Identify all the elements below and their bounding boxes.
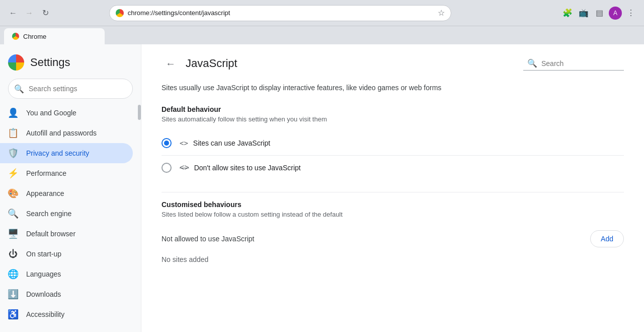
radio-block-label: Don't allow sites to use JavaScript <box>194 164 301 172</box>
address-bar[interactable]: chrome://settings/content/javascript ☆ <box>109 5 451 21</box>
active-tab[interactable]: Chrome <box>4 28 105 44</box>
sidebar-label-downloads: Downloads <box>26 290 61 298</box>
sidebar: Settings 🔍 👤 You and Google 📋 Autofill a… <box>0 44 141 332</box>
page-header: ← JavaScript 🔍 <box>141 44 644 73</box>
sidebar-icon-accessibility: ♿ <box>8 309 18 319</box>
sidebar-label-privacy: Privacy and security <box>26 149 89 157</box>
page-search-box[interactable]: 🔍 <box>523 56 624 71</box>
page-back-button[interactable]: ← <box>162 54 180 73</box>
tab-favicon <box>12 33 19 40</box>
add-button[interactable]: Add <box>590 230 624 247</box>
sidebar-icon-autofill: 📋 <box>8 128 18 138</box>
customised-behaviours-title: Customised behaviours <box>162 201 343 209</box>
url-text: chrome://settings/content/javascript <box>128 9 434 17</box>
radio-allow-label: Sites can use JavaScript <box>193 139 270 147</box>
browser-toolbar: ← → ↻ chrome://settings/content/javascri… <box>0 0 644 26</box>
sidebar-header: Settings <box>0 44 141 79</box>
not-allowed-label: Not allowed to use JavaScript <box>162 235 254 243</box>
extensions-button[interactable]: 🧩 <box>560 6 575 20</box>
radio-allow-input[interactable] <box>162 138 172 148</box>
sidebar-item-downloads[interactable]: ⬇️ Downloads <box>0 284 133 304</box>
settings-container: Settings 🔍 👤 You and Google 📋 Autofill a… <box>0 44 644 332</box>
sidebar-label-appearance: Appearance <box>26 189 64 197</box>
sidebar-icon-privacy: 🛡️ <box>8 148 18 158</box>
search-settings-input[interactable] <box>8 79 133 99</box>
back-button[interactable]: ← <box>6 6 20 20</box>
radio-allow-content: <> Sites can use JavaScript <box>180 139 270 147</box>
radio-option-allow[interactable]: <> Sites can use JavaScript <box>162 131 624 156</box>
forward-button[interactable]: → <box>22 6 36 20</box>
sidebar-icon-appearance: 🎨 <box>8 188 18 198</box>
search-settings-icon: 🔍 <box>14 84 24 94</box>
customised-behaviours-subtitle: Sites listed below follow a custom setti… <box>162 211 343 218</box>
sidebar-item-accessibility[interactable]: ♿ Accessibility <box>0 304 133 324</box>
sidebar-icon-downloads: ⬇️ <box>8 289 18 299</box>
sidebar-label-accessibility: Accessibility <box>26 310 64 318</box>
sidebar-scrollbar <box>138 105 141 120</box>
page-search-icon: 🔍 <box>527 58 537 68</box>
default-behaviour-title: Default behaviour <box>162 105 624 113</box>
sidebar-icon-performance: ⚡ <box>8 168 18 178</box>
sidebar-label-autofill: Autofill and passwords <box>26 129 97 137</box>
reload-button[interactable]: ↻ <box>38 6 52 20</box>
sidebar-icon-search-engine: 🔍 <box>8 209 18 219</box>
tab-bar: Chrome <box>0 26 644 44</box>
sidebar-label-default-browser: Default browser <box>26 230 75 238</box>
section-divider <box>162 192 624 192</box>
sidebar-label-search-engine: Search engine <box>26 210 71 218</box>
default-behaviour-section: Default behaviour Sites automatically fo… <box>141 105 644 180</box>
sidebar-item-performance[interactable]: ⚡ Performance <box>0 163 133 183</box>
sidebar-item-autofill[interactable]: 📋 Autofill and passwords <box>0 123 133 143</box>
sidebar-item-languages[interactable]: 🌐 Languages <box>0 264 133 284</box>
settings-title: Settings <box>30 56 70 69</box>
sidebar-button[interactable]: ▤ <box>593 6 607 20</box>
sidebar-label-you-and-google: You and Google <box>26 109 76 117</box>
sidebar-nav: 👤 You and Google 📋 Autofill and password… <box>0 103 141 324</box>
customised-behaviours-header: Customised behaviours Sites listed below… <box>141 201 644 226</box>
sidebar-label-languages: Languages <box>26 270 61 278</box>
no-sites-label: No sites added <box>162 255 208 263</box>
search-settings-wrapper-div: 🔍 <box>8 79 133 99</box>
page-search-input[interactable] <box>541 59 617 68</box>
sidebar-item-on-startup[interactable]: ⏻ On start-up <box>0 244 133 264</box>
radio-block-content: <> Don't allow sites to use JavaScript <box>180 163 301 172</box>
main-content: ← JavaScript 🔍 Sites usually use JavaScr… <box>141 44 644 332</box>
star-icon[interactable]: ☆ <box>438 8 445 18</box>
nav-buttons: ← → ↻ <box>6 6 52 20</box>
browser-action-buttons: 🧩 📺 ▤ A ⋮ <box>560 6 638 20</box>
page-title: JavaScript <box>186 57 237 70</box>
radio-option-block[interactable]: <> Don't allow sites to use JavaScript <box>162 156 624 180</box>
sidebar-item-privacy[interactable]: 🛡️ Privacy and security <box>0 143 133 163</box>
menu-button[interactable]: ⋮ <box>624 6 638 20</box>
google-logo-icon <box>8 54 24 71</box>
sidebar-item-you-and-google[interactable]: 👤 You and Google <box>0 103 133 123</box>
sidebar-icon-languages: 🌐 <box>8 269 18 279</box>
sidebar-icon-you-and-google: 👤 <box>8 108 18 118</box>
cast-button[interactable]: 📺 <box>577 6 591 20</box>
js-allow-icon: <> <box>180 139 188 147</box>
behaviours-section: Not allowed to use JavaScript Add <box>141 230 644 247</box>
profile-avatar[interactable]: A <box>609 7 622 20</box>
page-description: Sites usually use JavaScript to display … <box>141 83 644 93</box>
tab-label: Chrome <box>23 33 46 40</box>
default-behaviour-subtitle: Sites automatically follow this setting … <box>162 115 624 123</box>
chrome-logo-icon <box>116 9 124 17</box>
sidebar-item-appearance[interactable]: 🎨 Appearance <box>0 183 133 204</box>
page-header-left: ← JavaScript <box>162 54 237 73</box>
js-block-icon: <> <box>180 163 189 172</box>
sidebar-label-on-startup: On start-up <box>26 250 61 258</box>
no-sites-message: No sites added <box>141 251 644 263</box>
sidebar-icon-default-browser: 🖥️ <box>8 229 18 239</box>
sidebar-item-search-engine[interactable]: 🔍 Search engine <box>0 204 133 224</box>
sidebar-item-default-browser[interactable]: 🖥️ Default browser <box>0 224 133 244</box>
sidebar-label-performance: Performance <box>26 169 66 177</box>
radio-block-input[interactable] <box>162 163 172 173</box>
sidebar-icon-on-startup: ⏻ <box>8 249 18 259</box>
